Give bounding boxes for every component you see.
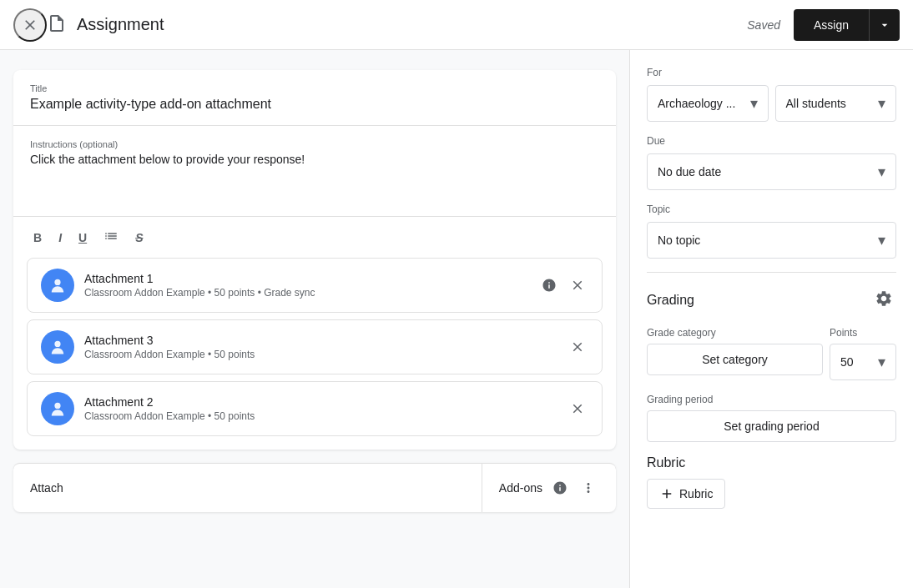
grade-row: Grade category Set category Points 50 ▾ [647,327,896,380]
class-value: Archaeology ... [658,97,735,110]
italic-button[interactable]: I [52,226,68,249]
students-dropdown[interactable]: All students ▾ [775,85,897,122]
grading-period-label: Grading period [647,394,896,405]
addons-more-button[interactable] [578,477,599,499]
doc-icon [47,13,67,36]
section-divider [647,272,896,273]
assign-dropdown-button[interactable] [869,9,900,41]
addons-label: Add-ons [499,481,542,495]
attachment-item: Attachment 3 Classroom Addon Example • 5… [27,319,603,374]
left-panel: Title Example activity-type add-on attac… [0,50,629,588]
svg-point-2 [54,403,60,409]
due-dropdown[interactable]: No due date ▾ [647,153,896,190]
instructions-label: Instructions (optional) [30,139,599,149]
attachment-meta-2: Classroom Addon Example • 50 points [84,349,567,360]
addons-info-button[interactable] [549,477,571,499]
bottom-bar: Attach Add-ons [13,463,616,512]
form-card: Title Example activity-type add-on attac… [13,70,616,450]
points-label: Points [830,327,896,339]
attachment-info-1: Attachment 1 Classroom Addon Example • 5… [84,272,538,299]
attachment-meta-1: Classroom Addon Example • 50 points • Gr… [84,287,538,299]
bold-button[interactable]: B [27,226,48,249]
grading-header: Grading [647,286,896,314]
points-value: 50 [840,355,854,369]
points-chevron-icon: ▾ [878,353,885,371]
attachment-item: Attachment 2 Classroom Addon Example • 5… [27,381,603,436]
students-chevron-icon: ▾ [878,94,885,113]
title-label: Title [30,83,599,93]
due-chevron-icon: ▾ [878,163,885,181]
attachment-icon-1 [41,269,74,302]
attachment-icon-3 [41,392,74,425]
due-value: No due date [658,165,721,178]
saved-status: Saved [747,18,780,32]
page-title: Assignment [77,15,747,34]
attachment-remove-button-1[interactable] [567,274,588,296]
class-dropdown[interactable]: Archaeology ... ▾ [647,85,769,122]
topic-label: Topic [647,204,896,215]
add-rubric-label: Rubric [679,487,713,500]
svg-point-1 [54,341,60,347]
class-chevron-icon: ▾ [750,94,758,113]
grading-settings-button[interactable] [871,286,896,314]
topic-value: No topic [658,234,700,247]
assign-btn-group: Assign [794,9,900,41]
title-value[interactable]: Example activity-type add-on attachment [30,97,599,112]
underline-button[interactable]: U [72,226,93,249]
grading-title: Grading [647,293,694,308]
add-rubric-button[interactable]: Rubric [647,479,725,509]
rubric-label: Rubric [647,455,896,470]
instructions-group: Instructions (optional) Click the attach… [13,126,616,216]
attachment-list: Attachment 1 Classroom Addon Example • 5… [13,258,616,450]
attachment-remove-button-3[interactable] [567,398,588,420]
attachment-actions-1 [538,274,588,296]
attachment-remove-button-2[interactable] [567,336,588,358]
right-panel: For Archaeology ... ▾ All students ▾ Due… [629,50,913,588]
points-col: Points 50 ▾ [830,327,896,380]
students-value: All students [786,97,846,110]
strikethrough-button[interactable]: S [129,226,149,249]
topic-chevron-icon: ▾ [878,231,885,249]
points-dropdown[interactable]: 50 ▾ [830,344,896,380]
svg-point-0 [54,279,60,285]
attachment-info-2: Attachment 3 Classroom Addon Example • 5… [84,334,567,360]
formatting-toolbar: B I U S [13,216,616,258]
attachment-name-3: Attachment 2 [84,395,567,409]
attach-button[interactable]: Attach [13,468,482,508]
attachment-info-3: Attachment 2 Classroom Addon Example • 5… [84,395,567,422]
attachment-actions-3 [567,398,588,420]
for-row: Archaeology ... ▾ All students ▾ [647,85,896,122]
for-label: For [647,67,896,78]
attachment-actions-2 [567,336,588,358]
attachment-meta-3: Classroom Addon Example • 50 points [84,410,567,422]
set-category-button[interactable]: Set category [647,344,823,375]
addons-button[interactable]: Add-ons [482,464,616,512]
attachment-icon-2 [41,330,74,364]
set-grading-period-button[interactable]: Set grading period [647,410,896,442]
attachment-name-2: Attachment 3 [84,334,567,347]
instructions-text[interactable]: Click the attachment below to provide yo… [30,153,599,203]
due-label: Due [647,135,896,147]
app-header: Assignment Saved Assign [0,0,913,50]
attachment-item: Attachment 1 Classroom Addon Example • 5… [27,258,603,313]
grade-category-col: Grade category Set category [647,327,823,380]
attachment-info-button-1[interactable] [538,274,560,296]
grade-category-label: Grade category [647,327,823,339]
list-button[interactable] [97,224,125,251]
main-layout: Title Example activity-type add-on attac… [0,50,913,588]
title-field-group: Title Example activity-type add-on attac… [13,70,616,126]
close-button[interactable] [13,8,47,42]
assign-button[interactable]: Assign [794,9,869,41]
attachment-name-1: Attachment 1 [84,272,538,285]
topic-dropdown[interactable]: No topic ▾ [647,222,896,259]
